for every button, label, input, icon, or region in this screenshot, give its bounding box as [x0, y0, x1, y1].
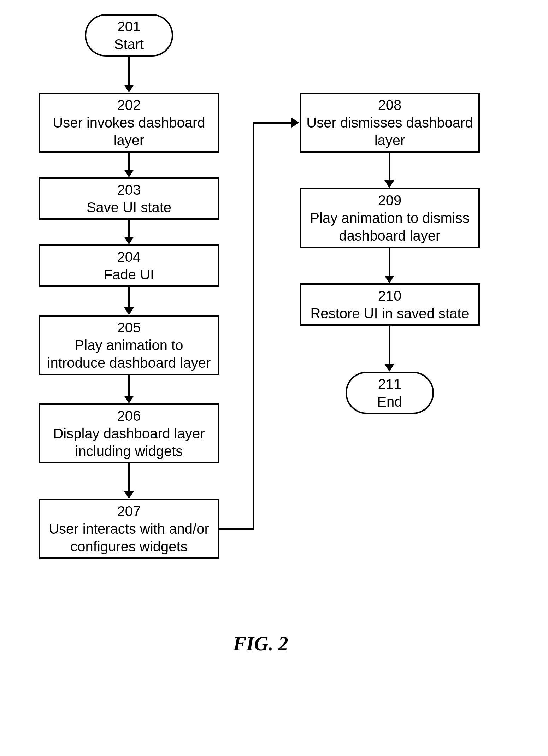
node-text: User invokes dashboard layer [44, 114, 214, 149]
node-number: 210 [378, 287, 402, 305]
arrow-201-202 [128, 57, 130, 85]
node-201-start: 201 Start [85, 14, 173, 57]
figure-caption: FIG. 2 [233, 632, 288, 655]
arrowhead-209-210 [384, 276, 394, 283]
node-text: End [377, 393, 402, 411]
arrowhead-205-206 [124, 396, 134, 403]
arrow-207-208-h2 [253, 122, 291, 124]
node-208: 208 User dismisses dashboard layer [300, 93, 480, 153]
arrow-210-211 [389, 326, 390, 364]
flowchart-canvas: 201 Start 202 User invokes dashboard lay… [0, 0, 548, 756]
node-text: User dismisses dashboard layer [305, 114, 475, 149]
arrow-209-210 [389, 248, 390, 276]
node-211-end: 211 End [346, 372, 434, 414]
arrow-206-207 [128, 463, 130, 491]
node-number: 206 [117, 407, 141, 425]
node-text: Display dashboard layer including widget… [44, 425, 214, 460]
node-207: 207 User interacts with and/or configure… [39, 499, 219, 559]
node-text: Restore UI in saved state [310, 305, 469, 322]
arrow-207-208-h1 [219, 528, 254, 530]
arrow-208-209 [389, 153, 390, 180]
node-203: 203 Save UI state [39, 177, 219, 220]
arrow-207-208-v [253, 122, 254, 530]
arrowhead-210-211 [384, 364, 394, 372]
node-text: User interacts with and/or configures wi… [44, 520, 214, 555]
arrow-204-205 [128, 287, 130, 307]
node-number: 204 [117, 248, 141, 266]
arrow-205-206 [128, 375, 130, 396]
node-206: 206 Display dashboard layer including wi… [39, 403, 219, 463]
node-205: 205 Play animation to introduce dashboar… [39, 315, 219, 375]
node-number: 208 [378, 96, 402, 114]
node-number: 203 [117, 181, 141, 199]
arrow-203-204 [128, 220, 130, 237]
node-204: 204 Fade UI [39, 244, 219, 287]
node-number: 205 [117, 319, 141, 336]
arrowhead-206-207 [124, 491, 134, 499]
node-text: Play animation to dismiss dashboard laye… [305, 209, 475, 244]
node-202: 202 User invokes dashboard layer [39, 93, 219, 153]
arrowhead-201-202 [124, 85, 134, 93]
node-number: 201 [117, 18, 141, 35]
arrow-202-203 [128, 153, 130, 170]
node-text: Fade UI [104, 266, 154, 283]
node-text: Start [114, 35, 144, 53]
node-209: 209 Play animation to dismiss dashboard … [300, 188, 480, 248]
node-number: 207 [117, 502, 141, 520]
arrowhead-204-205 [124, 307, 134, 315]
arrowhead-202-203 [124, 170, 134, 177]
node-text: Save UI state [87, 199, 171, 216]
node-number: 209 [378, 191, 402, 209]
arrowhead-208-209 [384, 180, 394, 188]
node-210: 210 Restore UI in saved state [300, 283, 480, 326]
node-text: Play animation to introduce dashboard la… [44, 336, 214, 372]
arrowhead-203-204 [124, 237, 134, 244]
node-number: 202 [117, 96, 141, 114]
node-number: 211 [378, 375, 402, 393]
arrowhead-207-208 [291, 118, 299, 128]
